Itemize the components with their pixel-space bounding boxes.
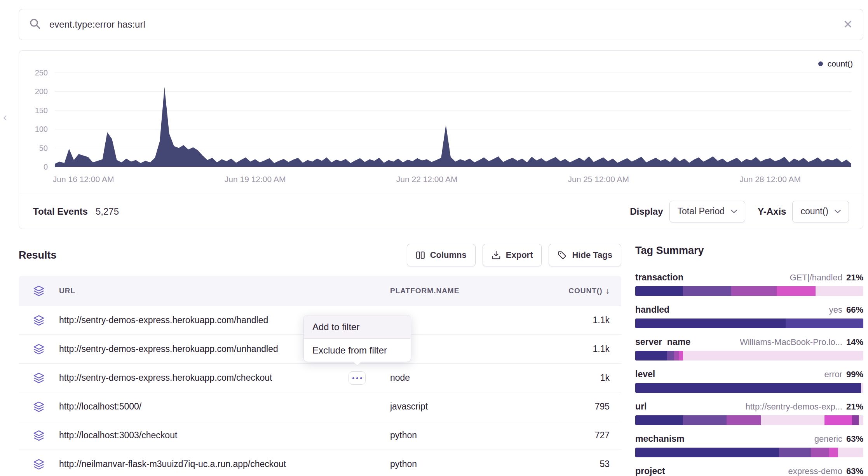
total-events-value: 5,275	[96, 206, 119, 217]
count-cell: 727	[532, 430, 621, 441]
tag-row-mechanism: mechanism generic63%	[635, 434, 863, 457]
yaxis-select[interactable]: count()	[792, 201, 849, 222]
tag-top-percent: 14%	[846, 337, 863, 347]
tag-distribution-bar[interactable]	[635, 448, 863, 457]
tag-name: level	[635, 369, 655, 380]
count-cell: 53	[532, 459, 621, 469]
tag-top-percent: 66%	[846, 305, 863, 315]
url-cell[interactable]: http://localhost:5000/	[59, 401, 390, 412]
legend-dot	[818, 61, 823, 66]
url-cell[interactable]: http://neilmanvar-flask-m3uuizd7iq-uc.a.…	[59, 459, 390, 469]
tag-name: mechanism	[635, 434, 685, 444]
main-content: Results Columns Export Hide Tags	[19, 244, 863, 476]
platform-cell: javascript	[390, 401, 532, 412]
tag-row-project: project express-demo63%	[635, 466, 863, 476]
columns-button[interactable]: Columns	[407, 244, 476, 266]
header-platform[interactable]: PLATFORM.NAME	[390, 287, 532, 295]
tag-name: project	[635, 466, 665, 476]
tag-top-percent: 63%	[846, 434, 863, 444]
tag-top-value: express-demo	[788, 466, 842, 476]
tag-row-server-name: server_name Williams-MacBook-Pro.lo...14…	[635, 337, 863, 360]
count-cell: 795	[532, 401, 621, 412]
events-area-chart: 050100150200250Jun 16 12:00 AMJun 19 12:…	[19, 51, 863, 187]
header-url[interactable]: URL	[59, 287, 390, 295]
context-menu: Add to filter Exclude from filter	[303, 315, 411, 362]
url-cell[interactable]: http://sentry-demos-express.herokuapp.co…	[59, 373, 390, 383]
svg-text:50: 50	[39, 144, 48, 152]
table-row[interactable]: http://neilmanvar-flask-m3uuizd7iq-uc.a.…	[19, 450, 621, 476]
menu-item-exclude-from-filter[interactable]: Exclude from filter	[304, 339, 411, 362]
tag-name: handled	[635, 304, 669, 315]
search-input[interactable]: event.type:error has:url	[49, 19, 835, 30]
clear-search-icon[interactable]: ✕	[843, 19, 853, 30]
layers-icon	[19, 315, 59, 326]
layers-icon	[19, 372, 59, 384]
tag-name: url	[635, 401, 647, 412]
svg-text:250: 250	[35, 68, 48, 77]
chart-footer: Total Events 5,275 Display Total Period …	[19, 194, 863, 229]
tag-top-value: generic	[814, 434, 842, 444]
svg-text:0: 0	[44, 163, 48, 171]
tag-row-level: level error99%	[635, 369, 863, 393]
tag-top-value: yes	[829, 305, 842, 315]
svg-text:200: 200	[35, 87, 48, 96]
tag-icon	[558, 250, 567, 260]
tag-summary-title: Tag Summary	[635, 245, 863, 257]
display-select-value: Total Period	[678, 206, 725, 217]
export-button[interactable]: Export	[483, 244, 542, 266]
display-label: Display	[630, 206, 663, 217]
display-select[interactable]: Total Period	[669, 201, 745, 222]
sort-descending-icon: ↓	[606, 286, 610, 296]
results-header: Results Columns Export Hide Tags	[19, 244, 621, 266]
row-actions-ellipsis-button[interactable]	[349, 371, 366, 385]
table-row[interactable]: http://sentry-demos-express.herokuapp.co…	[19, 364, 621, 392]
tag-top-value: GET|/handled	[790, 273, 842, 283]
svg-text:Jun 16 12:00 AM: Jun 16 12:00 AM	[53, 175, 114, 184]
count-cell: 1.1k	[532, 315, 621, 326]
tag-distribution-bar[interactable]	[635, 351, 863, 360]
tag-distribution-bar[interactable]	[635, 415, 863, 425]
tag-row-url: url http://sentry-demos-exp...21%	[635, 401, 863, 425]
svg-text:Jun 19 12:00 AM: Jun 19 12:00 AM	[225, 175, 286, 184]
tag-summary: Tag Summary transaction GET|/handled21% …	[635, 244, 863, 476]
search-bar[interactable]: event.type:error has:url ✕	[19, 9, 863, 40]
discover-page: ‹ event.type:error has:url ✕ 05010015020…	[0, 0, 868, 476]
chevron-down-icon	[835, 210, 841, 214]
platform-cell: python	[390, 459, 532, 469]
events-chart-panel: 050100150200250Jun 16 12:00 AMJun 19 12:…	[19, 50, 863, 229]
count-cell: 1k	[532, 373, 621, 383]
sidebar-collapse-handle[interactable]: ‹	[3, 111, 7, 123]
table-row[interactable]: http://localhost:3003/checkout python 72…	[19, 421, 621, 450]
chevron-down-icon	[731, 210, 737, 214]
results-table: URL PLATFORM.NAME COUNT() ↓ http://sentr…	[19, 276, 621, 476]
yaxis-label: Y-Axis	[758, 206, 786, 217]
count-cell: 1.1k	[532, 344, 621, 354]
download-icon	[492, 250, 501, 260]
url-cell[interactable]: http://localhost:3003/checkout	[59, 430, 390, 441]
stack-icon	[19, 285, 59, 297]
tag-top-percent: 21%	[846, 402, 863, 412]
header-count[interactable]: COUNT() ↓	[532, 286, 621, 296]
columns-icon	[416, 250, 425, 260]
platform-cell: node	[390, 373, 532, 383]
chart-legend[interactable]: count()	[818, 59, 853, 68]
tag-distribution-bar[interactable]	[635, 318, 863, 328]
table-row[interactable]: http://localhost:5000/ javascript 795	[19, 392, 621, 421]
tag-top-value: error	[824, 369, 842, 380]
svg-text:100: 100	[35, 125, 48, 133]
tag-top-percent: 63%	[846, 466, 863, 476]
layers-icon	[19, 458, 59, 470]
layers-icon	[19, 401, 59, 413]
hide-tags-button[interactable]: Hide Tags	[549, 244, 621, 266]
menu-item-add-to-filter[interactable]: Add to filter	[304, 315, 411, 338]
tag-distribution-bar[interactable]	[635, 286, 863, 296]
svg-text:Jun 28 12:00 AM: Jun 28 12:00 AM	[739, 175, 801, 184]
svg-text:Jun 22 12:00 AM: Jun 22 12:00 AM	[396, 175, 458, 184]
legend-label: count()	[828, 59, 853, 68]
tag-row-transaction: transaction GET|/handled21%	[635, 272, 863, 296]
total-events-label: Total Events	[33, 206, 88, 217]
tag-top-value: Williams-MacBook-Pro.lo...	[740, 337, 842, 347]
tag-distribution-bar[interactable]	[635, 383, 863, 393]
tag-top-percent: 99%	[846, 369, 863, 380]
tag-name: transaction	[635, 272, 683, 283]
